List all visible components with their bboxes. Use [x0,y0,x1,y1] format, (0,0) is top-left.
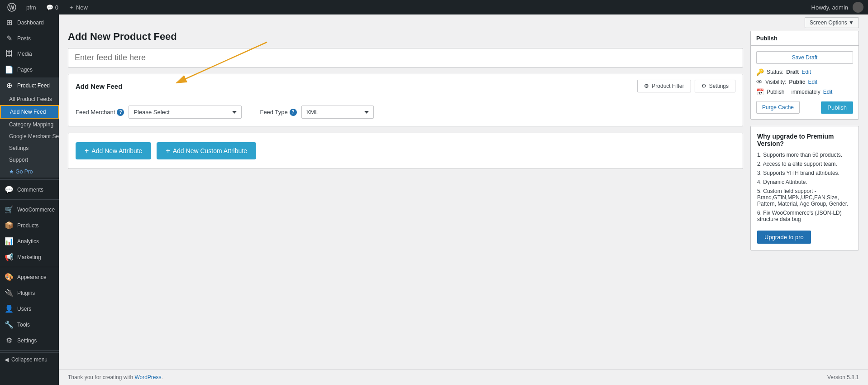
feed-card-title: Add New Feed [76,82,122,90]
sidebar-divider-1 [0,179,59,180]
product-filter-button[interactable]: ⚙ Product Filter [637,80,691,92]
sidebar-item-media[interactable]: 🖼 Media [0,46,59,62]
admin-bar-right: Howdy, admin [811,2,863,13]
feed-type-text: Feed Type [260,109,287,116]
plugins-icon: 🔌 [5,289,14,297]
posts-label: Posts [17,35,31,42]
products-icon: 📦 [5,221,14,230]
pages-icon: 📄 [5,65,14,74]
visibility-row: 👁 Visibility: Public Edit [756,78,853,86]
feed-card-actions: ⚙ Product Filter ⚙ Settings [637,80,735,92]
site-name-label: pfm [26,4,36,11]
feed-type-help-icon[interactable]: ? [290,109,297,116]
sidebar-item-tools[interactable]: 🔧 Tools [0,317,59,332]
appearance-icon: 🎨 [5,273,14,281]
sidebar-item-appearance[interactable]: 🎨 Appearance [0,269,59,285]
upgrade-item-6: Fix WooCommerce's (JSON-LD) structure da… [757,210,852,222]
google-merchant-settings-label: Google Merchant Settings [9,133,59,140]
sidebar-item-settings[interactable]: ⚙ Settings [0,332,59,348]
publish-panel: Publish Save Draft 🔑 Status: Draft Edit [750,31,859,120]
plugins-label: Plugins [17,290,35,296]
sidebar-item-go-pro[interactable]: ★ Go Pro [0,166,59,178]
admin-bar: W pfm 💬 0 ＋ New Howdy, admin [0,0,868,14]
admin-bar-wp-icon[interactable]: W [5,0,19,14]
upgrade-title: Why upgrade to Premium Version? [757,133,852,147]
marketing-icon: 📢 [5,253,14,261]
visibility-edit-link[interactable]: Edit [808,79,817,85]
feed-merchant-help-icon[interactable]: ? [117,109,124,116]
calendar-icon: 📅 [756,88,764,96]
sidebar-item-comments[interactable]: 💬 Comments [0,182,59,197]
publish-button[interactable]: Publish [821,101,853,114]
feed-merchant-select[interactable]: Please Select [129,106,242,119]
sidebar-item-category-mapping[interactable]: Category Mapping [0,119,59,130]
sidebar-item-pages[interactable]: 📄 Pages [0,62,59,77]
save-draft-button[interactable]: Save Draft [756,51,853,64]
comment-count: 0 [55,4,58,11]
add-new-attribute-label: Add New Attribute [91,147,142,154]
sidebar-item-dashboard[interactable]: ⊞ Dashboard [0,14,59,30]
media-icon: 🖼 [5,50,14,58]
sidebar-item-support[interactable]: Support [0,154,59,166]
admin-bar-comments[interactable]: 💬 0 [43,0,61,14]
sidebar-item-users[interactable]: 👤 Users [0,301,59,317]
publish-time-row: 📅 Publish immediately Edit [756,88,853,96]
marketing-label: Marketing [17,254,41,260]
feed-type-label: Feed Type ? [260,109,296,116]
status-edit-link[interactable]: Edit [801,69,811,75]
users-label: Users [17,306,31,312]
purge-cache-label: Purge Cache [762,104,794,111]
dashboard-label: Dashboard [17,19,44,26]
sidebar-item-google-merchant-settings[interactable]: Google Merchant Settings [0,130,59,142]
sidebar-item-plugins[interactable]: 🔌 Plugins [0,285,59,301]
comment-icon: 💬 [46,4,53,11]
collapse-arrow-icon: ◀ [5,356,9,363]
sidebar-item-marketing[interactable]: 📢 Marketing [0,249,59,265]
woocommerce-icon: 🛒 [5,205,14,214]
feed-type-select[interactable]: XML CSV TSV JSON [301,106,374,119]
admin-avatar [853,2,863,13]
sidebar-item-add-new-feed[interactable]: Add New Feed [0,105,59,119]
feed-title-input[interactable] [68,48,743,67]
add-new-custom-attribute-button[interactable]: + Add New Custom Attribute [157,142,256,159]
publish-panel-body: Save Draft 🔑 Status: Draft Edit 👁 Visibi… [751,46,858,119]
products-label: Products [17,222,38,229]
sidebar-item-all-product-feeds[interactable]: All Product Feeds [0,93,59,105]
content-main: Add New Product Feed [68,31,743,360]
screen-options-button[interactable]: Screen Options ▼ [805,17,859,28]
plus-icon: ＋ [68,3,74,11]
settings-icon: ⚙ [5,336,14,345]
sidebar-item-analytics[interactable]: 📊 Analytics [0,233,59,249]
attribute-area: + Add New Attribute + Add New Custom Att… [68,133,743,169]
upgrade-item-1: Supports more than 50 products. [757,152,852,158]
feed-card-body: Feed Merchant ? Please Select Feed Type [68,98,743,126]
analytics-icon: 📊 [5,237,14,245]
settings-button[interactable]: ⚙ Settings [695,80,735,92]
publish-edit-link[interactable]: Edit [823,89,833,95]
add-attribute-plus-icon: + [85,147,89,155]
product-feed-label: Product Feed [17,82,50,89]
purge-cache-button[interactable]: Purge Cache [756,101,800,114]
sidebar-item-woocommerce[interactable]: 🛒 WooCommerce [0,202,59,217]
sidebar-item-settings-sub[interactable]: Settings [0,142,59,154]
admin-bar-new[interactable]: ＋ New [66,0,91,14]
admin-bar-site-name[interactable]: pfm [24,0,39,14]
main-content: Screen Options ▼ Add New Product Feed [59,14,868,385]
sidebar-item-posts[interactable]: ✎ Posts [0,30,59,46]
add-new-attribute-button[interactable]: + Add New Attribute [76,142,151,159]
upgrade-to-pro-button[interactable]: Upgrade to pro [757,231,811,244]
sidebar-collapse-btn[interactable]: ◀ Collapse menu [0,352,59,366]
status-row: 🔑 Status: Draft Edit [756,68,853,76]
upgrade-btn-label: Upgrade to pro [764,234,804,241]
sidebar-item-product-feed[interactable]: ⊕ Product Feed [0,77,59,93]
all-feeds-label: All Product Feeds [9,96,52,102]
sidebar-item-products[interactable]: 📦 Products [0,217,59,233]
wordpress-link[interactable]: WordPress [134,374,161,380]
visibility-value: Public [789,79,805,85]
feed-merchant-text: Feed Merchant [76,109,115,116]
settings-label: Settings [709,83,729,89]
tools-icon: 🔧 [5,320,14,329]
woocommerce-label: WooCommerce [17,207,55,213]
sidebar-divider-3 [0,267,59,267]
support-label: Support [9,157,28,163]
